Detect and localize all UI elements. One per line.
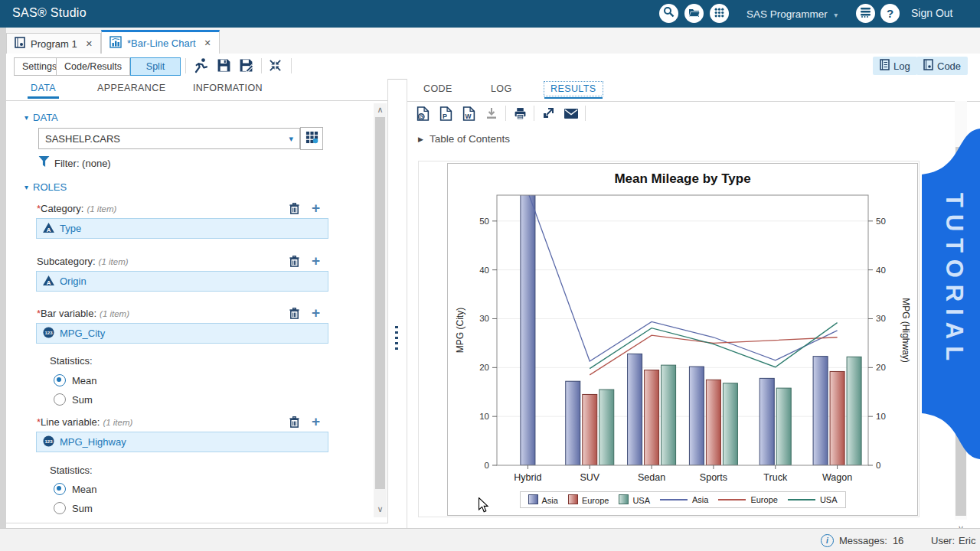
roles-section-header[interactable]: ▾ ROLES (24, 181, 67, 193)
open-file-button[interactable] (684, 4, 704, 23)
line-variable-role-label: *Line variable:(1 item) (37, 416, 132, 428)
svg-text:Truck: Truck (763, 472, 788, 483)
category-item-type[interactable]: A Type (36, 218, 328, 239)
results-document: Mean Mileage by Type 0010102020303040405… (418, 161, 920, 517)
server-icon (860, 7, 871, 21)
subcategory-item-origin[interactable]: A Origin (36, 271, 328, 292)
line-statistics-label: Statistics: (50, 465, 93, 476)
line-stat-sum-radio[interactable]: Sum (54, 502, 93, 514)
log-shortcut-button[interactable]: Log (873, 57, 917, 75)
user-role-menu[interactable]: SAS Programmer ▾ (746, 7, 838, 21)
add-line-variable-button[interactable]: + (312, 416, 320, 427)
radio-selected-icon (54, 483, 66, 495)
tab-results[interactable]: RESULTS (544, 81, 603, 96)
save-icon (217, 62, 231, 75)
svg-text:50: 50 (876, 217, 886, 226)
collapse-icon: ▾ (24, 183, 28, 191)
save-as-icon (239, 62, 253, 75)
line-stat-mean-radio[interactable]: Mean (54, 483, 97, 495)
svg-text:P: P (442, 112, 446, 120)
help-button[interactable]: ? (880, 4, 900, 23)
sign-out-button[interactable]: Sign Out (911, 7, 952, 19)
delete-subcategory-button[interactable] (289, 255, 300, 271)
svg-text:MPG (City): MPG (City) (455, 308, 466, 353)
close-icon[interactable]: ✕ (204, 38, 211, 48)
add-subcategory-button[interactable]: + (312, 256, 320, 266)
download-word-button[interactable]: W (459, 104, 478, 122)
svg-text:G: G (419, 114, 423, 119)
data-section-header[interactable]: ▾ DATA (24, 112, 58, 123)
table-of-contents-toggle[interactable]: ▶ Table of Contents (418, 133, 510, 145)
delete-bar-variable-button[interactable] (289, 307, 300, 323)
dataset-select[interactable]: SASHELP.CARS ▾ (38, 128, 300, 149)
open-new-window-button[interactable] (539, 104, 557, 122)
bar-stat-mean-radio[interactable]: Mean (54, 374, 97, 386)
save-as-button[interactable] (239, 58, 253, 76)
settings-panel-tabs: DATA APPEARANCE INFORMATION (6, 79, 387, 101)
legend-bar-item: USA (619, 494, 650, 505)
run-button[interactable] (193, 57, 208, 77)
split-view-button[interactable]: Split (130, 57, 181, 76)
save-button[interactable] (217, 58, 231, 76)
server-status-button[interactable] (856, 4, 875, 23)
delete-line-variable-button[interactable] (289, 416, 300, 432)
apps-grid-icon (714, 7, 724, 21)
radio-icon (54, 502, 66, 514)
character-variable-icon: A (43, 223, 54, 235)
svg-text:30: 30 (876, 314, 886, 323)
email-button[interactable] (562, 104, 580, 122)
tab-code[interactable]: CODE (423, 83, 452, 94)
svg-text:0: 0 (876, 461, 880, 470)
bar-variable-item-mpg-city[interactable]: 123 MPG_City (36, 323, 328, 344)
user-name: Eric (959, 535, 975, 546)
messages-indicator[interactable]: i Messages: 16 (821, 534, 903, 547)
code-shortcut-button[interactable]: Code (916, 57, 968, 75)
svg-text:40: 40 (876, 266, 886, 275)
app-title: SAS® Studio (12, 6, 87, 20)
code-results-view-button[interactable]: Code/Results (56, 57, 130, 76)
close-icon[interactable]: ✕ (86, 39, 93, 49)
chart-container: Mean Mileage by Type 0010102020303040405… (447, 163, 918, 516)
maximize-view-button[interactable] (268, 58, 283, 76)
download-html-button[interactable]: G (413, 104, 432, 122)
download-pdf-button[interactable]: P (436, 104, 455, 122)
delete-category-button[interactable] (289, 202, 300, 218)
print-button[interactable] (511, 104, 529, 122)
settings-scrollbar[interactable]: ∧ ∨ (374, 103, 387, 517)
scroll-up-icon[interactable]: ∧ (374, 105, 387, 115)
add-bar-variable-button[interactable]: + (312, 308, 320, 318)
bar-stat-sum-radio[interactable]: Sum (54, 393, 93, 406)
mouse-cursor (478, 497, 489, 517)
category-role-label: *Category:(1 item) (37, 203, 116, 214)
numeric-variable-icon: 123 (43, 435, 54, 449)
bar-line-chart: 0010102020303040405050HybridSUVSedanSpor… (448, 187, 917, 493)
tab-information[interactable]: INFORMATION (193, 83, 263, 93)
tab-data[interactable]: DATA (31, 83, 56, 93)
help-icon: ? (887, 7, 893, 20)
chevron-down-icon: ▾ (289, 134, 293, 144)
panel-splitter[interactable] (395, 326, 398, 352)
select-table-button[interactable] (300, 127, 323, 150)
sas-studio-window: SAS® Studio SAS Programmer ▾ ? Sign Out … (0, 0, 980, 551)
line-variable-item-mpg-highway[interactable]: 123 MPG_Highway (36, 432, 328, 452)
tab-log[interactable]: LOG (491, 83, 512, 94)
tab-program-1[interactable]: Program 1 ✕ (6, 33, 101, 54)
character-variable-icon: A (43, 276, 54, 288)
search-button[interactable] (659, 4, 678, 23)
apps-button[interactable] (710, 4, 729, 23)
filter-row[interactable]: Filter: (none) (38, 155, 111, 171)
tutorial-ribbon-label[interactable]: TUTORIAL (936, 193, 968, 422)
svg-text:Sedan: Sedan (638, 472, 665, 483)
tab-appearance[interactable]: APPEARANCE (97, 83, 165, 93)
scroll-down-icon[interactable]: ∨ (374, 504, 387, 514)
legend-line-item: Asia (660, 495, 708, 504)
add-category-button[interactable]: + (312, 203, 320, 214)
svg-text:Wagon: Wagon (822, 472, 852, 483)
tab-bar-line-chart[interactable]: *Bar-Line Chart ✕ (101, 30, 220, 54)
legend-line-item: USA (788, 495, 838, 504)
status-bar: i Messages: 16 User: Eric (0, 528, 980, 551)
scrollbar-thumb[interactable] (375, 117, 385, 489)
runner-icon (193, 63, 208, 76)
user-indicator: User: Eric (931, 535, 975, 546)
svg-text:10: 10 (479, 412, 489, 421)
